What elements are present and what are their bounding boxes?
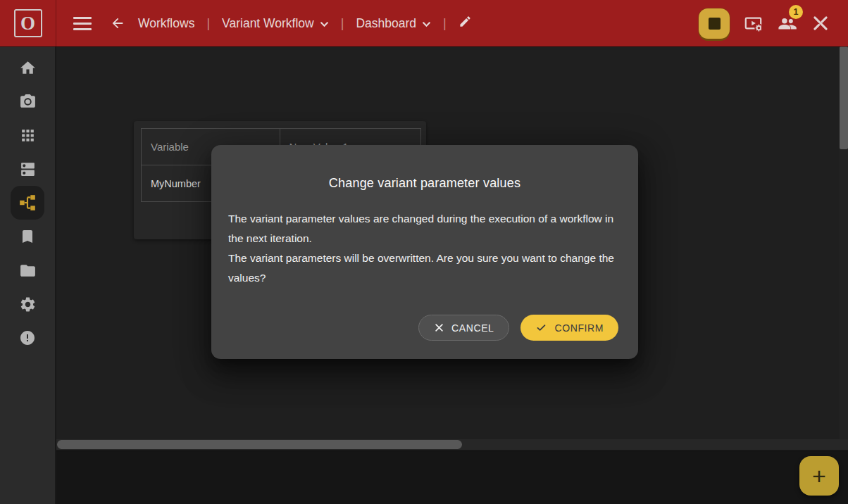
plus-icon: +: [812, 464, 826, 488]
apps-grid-icon: [19, 127, 37, 144]
breadcrumb-view-select[interactable]: Dashboard: [356, 16, 431, 31]
dialog-actions: CANCEL CONFIRM: [418, 315, 618, 341]
sidebar-item-home[interactable]: [11, 51, 44, 84]
breadcrumb-label: Variant Workflow: [222, 16, 314, 31]
folder-icon: [19, 262, 37, 279]
sidebar-item-bookmarks[interactable]: [11, 220, 44, 253]
dialog-body: The variant parameter values are changed…: [228, 209, 621, 288]
tools-icon: [811, 14, 830, 32]
home-icon: [19, 59, 37, 77]
workflow-tree-icon: [18, 194, 37, 212]
sidebar-item-camera[interactable]: [11, 84, 44, 118]
confirm-button[interactable]: CONFIRM: [520, 315, 618, 341]
tools-button[interactable]: [811, 14, 830, 32]
video-settings-icon: [744, 14, 763, 33]
chevron-down-icon: [422, 21, 431, 27]
confirm-button-label: CONFIRM: [554, 322, 604, 334]
dialog-title: Change variant parameter values: [211, 176, 638, 191]
horizontal-scrollbar-thumb[interactable]: [57, 440, 462, 449]
sidebar-item-apps[interactable]: [11, 118, 44, 152]
logo-o-icon: O: [14, 9, 42, 37]
app-window: O Workflows | Variant Workflow | Dashboa…: [0, 0, 848, 504]
sidebar-item-files[interactable]: [11, 253, 44, 287]
settings-gear-icon: [19, 296, 37, 313]
vertical-scrollbar: [840, 46, 848, 439]
server-list-icon: [19, 160, 37, 178]
close-x-icon: [434, 322, 444, 333]
app-logo: O: [0, 0, 56, 46]
breadcrumb-label: Dashboard: [356, 16, 416, 31]
stop-workflow-button[interactable]: [699, 8, 730, 39]
vertical-scrollbar-thumb[interactable]: [840, 46, 848, 149]
sidebar-item-errors[interactable]: [11, 321, 44, 355]
breadcrumb-label: Workflows: [138, 16, 194, 31]
users-count-badge: 1: [789, 5, 803, 19]
topbar-actions: 1: [699, 8, 848, 39]
bottom-panel: [56, 451, 848, 504]
breadcrumb-workflow-select[interactable]: Variant Workflow: [222, 16, 329, 31]
dialog-text-line: The variant parameters will be overwritt…: [228, 248, 621, 288]
cancel-button-label: CANCEL: [451, 322, 494, 334]
check-icon: [535, 322, 547, 333]
chevron-down-icon: [320, 21, 329, 27]
sidebar-item-servers[interactable]: [11, 152, 44, 186]
horizontal-scrollbar: [56, 439, 848, 450]
top-bar: O Workflows | Variant Workflow | Dashboa…: [0, 0, 848, 46]
breadcrumb-separator: |: [443, 16, 447, 31]
cancel-button[interactable]: CANCEL: [418, 315, 509, 341]
stop-icon: [709, 18, 721, 30]
add-widget-button[interactable]: +: [799, 456, 839, 496]
breadcrumb-separator: |: [206, 16, 210, 31]
breadcrumb: Workflows | Variant Workflow | Dashboard…: [110, 15, 472, 32]
sidebar-nav: [0, 46, 56, 504]
breadcrumb-separator: |: [341, 16, 344, 31]
dialog-text-line: The variant parameter values are changed…: [228, 209, 621, 248]
edit-dashboard-button[interactable]: [459, 15, 472, 32]
confirm-dialog: Change variant parameter values The vari…: [211, 145, 638, 359]
error-icon: [19, 329, 36, 346]
sidebar-item-settings[interactable]: [11, 287, 44, 321]
pencil-icon: [459, 15, 472, 32]
active-users-button[interactable]: 1: [777, 13, 797, 34]
menu-icon[interactable]: [73, 17, 92, 30]
breadcrumb-back-workflows[interactable]: Workflows: [110, 15, 194, 31]
back-arrow-icon: [110, 15, 125, 31]
sidebar-item-workflows[interactable]: [11, 186, 44, 220]
bookmark-icon: [19, 228, 36, 245]
camera-icon: [19, 93, 37, 111]
video-settings-button[interactable]: [744, 14, 763, 33]
